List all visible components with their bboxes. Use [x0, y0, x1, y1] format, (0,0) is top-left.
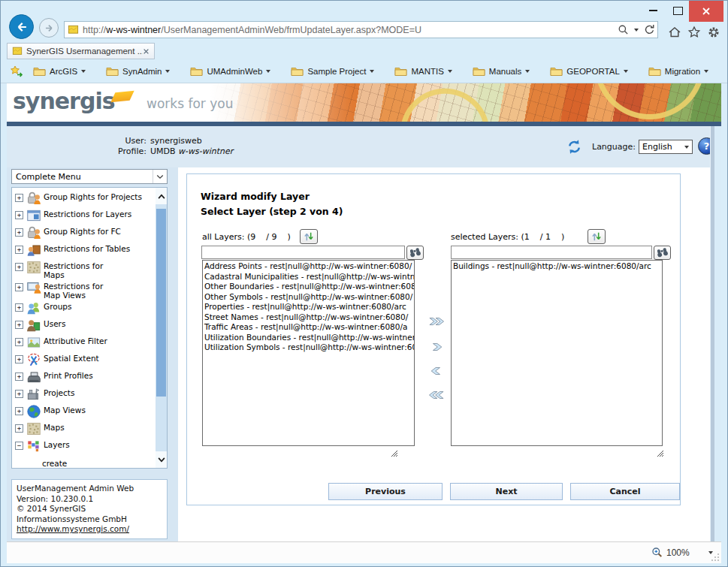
profile-value: UMDB w-ws-wintner: [150, 146, 233, 156]
favorites-item-migration[interactable]: Migration: [648, 66, 708, 76]
selected-layers-search-input[interactable]: [451, 246, 652, 259]
reload-profile-button[interactable]: [566, 139, 582, 158]
layer-option[interactable]: Address Points - rest|null@http://w-ws-w…: [204, 261, 412, 272]
menu-item-restrictions-for-maps[interactable]: +Restrictions for Maps: [14, 259, 154, 279]
layer-option[interactable]: Traffic Areas - rest|null@http://w-ws-wi…: [204, 322, 412, 333]
expand-expand-icon[interactable]: +: [15, 283, 23, 291]
menu-item-map-views[interactable]: +Map Views: [14, 403, 154, 421]
menu-item-print-profiles[interactable]: +Print Profiles: [14, 369, 154, 386]
layer-option[interactable]: Properties - rest|null@http://w-ws-wintn…: [204, 302, 412, 312]
selected-layers-listbox[interactable]: Buildings - rest|null@http://w-ws-wintne…: [451, 260, 663, 446]
scroll-up-button[interactable]: [156, 188, 167, 204]
all-layers-sort-button[interactable]: [300, 229, 318, 244]
menu-item-group-rights-for-fc[interactable]: +Group Rights for FC: [14, 225, 154, 242]
all-layers-find-button[interactable]: [406, 246, 424, 260]
tab-synergis-usermanagement[interactable]: SynerGIS Usermanagement ...: [7, 43, 155, 59]
home-button[interactable]: [666, 24, 683, 40]
menu-item-restrictions-for-map-views[interactable]: +Restrictions for Map Views: [14, 279, 154, 300]
menu-subitem-create[interactable]: create: [42, 455, 154, 469]
layer-option[interactable]: Cadastral Municipalities - rest|null@htt…: [204, 272, 412, 282]
minimize-icon: [649, 10, 657, 11]
company-link[interactable]: http://www.mysynergis.com/: [17, 524, 129, 533]
search-options-button[interactable]: [631, 22, 641, 38]
window-resize-grip[interactable]: [711, 553, 720, 562]
favorites-item-mantis[interactable]: MANTIS: [394, 66, 452, 76]
expand-expand-icon[interactable]: +: [15, 321, 23, 329]
add-favorite-button[interactable]: [10, 65, 24, 77]
expand-expand-icon[interactable]: +: [15, 424, 23, 433]
expand-expand-icon[interactable]: +: [15, 372, 23, 381]
expand-expand-icon[interactable]: +: [15, 303, 23, 312]
menu-item-projects[interactable]: +Projects: [14, 386, 154, 403]
expand-expand-icon[interactable]: +: [15, 390, 23, 398]
expand-expand-icon[interactable]: +: [15, 246, 23, 254]
language-select[interactable]: English: [639, 140, 693, 154]
previous-button[interactable]: Previous: [328, 483, 443, 500]
favorites-item-sample-project[interactable]: Sample Project: [291, 66, 374, 76]
expand-collapse-icon[interactable]: −: [15, 442, 23, 450]
menu-item-groups[interactable]: +Groups: [14, 300, 154, 317]
expand-expand-icon[interactable]: +: [15, 407, 23, 415]
maximize-button[interactable]: [666, 1, 689, 20]
settings-button[interactable]: [705, 24, 722, 40]
favorites-item-manuals[interactable]: Manuals: [473, 66, 530, 76]
forward-arrow-icon: [43, 22, 56, 35]
minimize-button[interactable]: [641, 1, 665, 20]
zoom-level[interactable]: 100%: [666, 547, 690, 558]
menu-item-group-rights-for-projects[interactable]: +Group Rights for Projects: [14, 190, 154, 207]
menu-item-spatial-extent[interactable]: +Spatial Extent: [14, 351, 154, 369]
menu-item-layers[interactable]: −Layers: [14, 438, 154, 455]
selected-layers-sort-button[interactable]: [588, 229, 606, 244]
menu-item-maps[interactable]: +Maps: [14, 421, 154, 438]
expand-expand-icon[interactable]: +: [15, 211, 23, 219]
resize-grip-icon[interactable]: [391, 450, 398, 457]
menu-item-attributive-filter[interactable]: +Attributive Filter: [14, 334, 154, 351]
refresh-button[interactable]: [641, 22, 657, 38]
expand-expand-icon[interactable]: +: [15, 338, 23, 346]
menu-item-restrictions-for-layers[interactable]: +Restrictions for Layers: [14, 207, 154, 225]
select-dropdown-button[interactable]: [153, 170, 167, 183]
close-button[interactable]: [689, 1, 723, 22]
scrollbar-thumb[interactable]: [156, 209, 166, 397]
favorites-item-synadmin[interactable]: SynAdmin: [106, 66, 170, 76]
favorites-item-geoportal[interactable]: GEOPORTAL: [550, 66, 628, 76]
menu-filter-value: Complete Menu: [16, 172, 81, 182]
expand-expand-icon[interactable]: +: [15, 228, 23, 237]
favorites-item-arcgis[interactable]: ArcGIS: [33, 66, 86, 76]
move-left-button[interactable]: [426, 362, 447, 380]
layer-option[interactable]: Utilization Symbols - rest|null@http://w…: [204, 342, 412, 353]
scroll-down-button[interactable]: [156, 451, 167, 468]
favorites-item-label: GEOPORTAL: [566, 67, 620, 76]
favorites-button[interactable]: [686, 24, 702, 40]
sidebar-scrollbar[interactable]: [156, 188, 167, 468]
resize-grip-icon[interactable]: [657, 450, 664, 457]
all-layers-listbox[interactable]: Address Points - rest|null@http://w-ws-w…: [202, 260, 415, 446]
layers-squares-icon: [26, 438, 42, 454]
favorites-item-umadminweb[interactable]: UMAdminWeb: [190, 66, 270, 76]
move-all-right-button[interactable]: [426, 312, 447, 330]
layer-option[interactable]: Other Boundaries - rest|null@http://w-ws…: [204, 282, 412, 292]
menu-filter-select[interactable]: Complete Menu: [11, 169, 168, 184]
search-button[interactable]: [615, 22, 631, 38]
expand-expand-icon[interactable]: +: [15, 355, 23, 363]
layer-option[interactable]: Street Names - rest|null@http://w-ws-win…: [204, 312, 412, 323]
tab-close-button[interactable]: [143, 48, 150, 55]
chevron-down-icon: [525, 70, 530, 73]
move-all-left-button[interactable]: [426, 386, 447, 404]
expand-expand-icon[interactable]: +: [15, 194, 23, 202]
expand-expand-icon[interactable]: +: [15, 263, 23, 271]
address-bar[interactable]: http://w-ws-wintner/UserManagementAdminW…: [64, 21, 658, 38]
cancel-button[interactable]: Cancel: [570, 483, 680, 500]
layer-option[interactable]: Utilization Boundaries - rest|null@http:…: [204, 333, 412, 343]
move-right-button[interactable]: [426, 338, 447, 356]
forward-button[interactable]: [39, 18, 59, 38]
menu-item-users[interactable]: +Users: [14, 317, 154, 334]
selected-layers-find-button[interactable]: [654, 246, 671, 260]
all-layers-search-input[interactable]: [201, 246, 405, 259]
page-scrollbar[interactable]: [710, 126, 721, 542]
layer-option[interactable]: Other Symbols - rest|null@http://w-ws-wi…: [204, 292, 412, 303]
selected-layer-option[interactable]: Buildings - rest|null@http://w-ws-wintne…: [453, 261, 660, 272]
back-button[interactable]: [9, 14, 34, 39]
menu-item-restrictions-for-tables[interactable]: +Restrictions for Tables: [14, 242, 154, 259]
next-button[interactable]: Next: [450, 483, 563, 500]
